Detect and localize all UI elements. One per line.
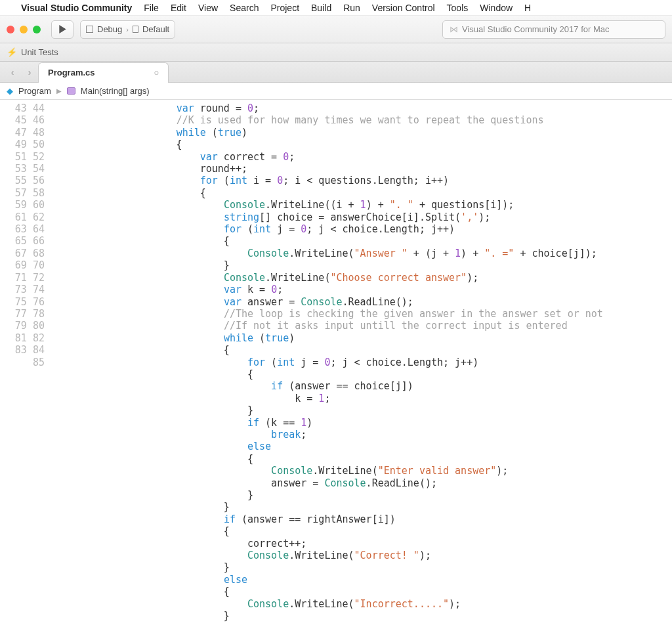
tab-status-icon[interactable]: ○: [154, 68, 159, 77]
search-box[interactable]: ⋈ Visual Studio Community 2017 for Mac: [442, 20, 665, 39]
target-label: Default: [142, 24, 169, 34]
menu-project[interactable]: Project: [270, 3, 299, 13]
line-number-gutter: 43 44 45 46 47 48 49 50 51 52 53 54 55 5…: [0, 100, 58, 627]
bolt-icon: ⚡: [7, 47, 17, 57]
tab-program-cs[interactable]: Program.cs ○: [38, 62, 169, 83]
unit-tests-label: Unit Tests: [21, 47, 58, 57]
code-content[interactable]: var round = 0; //K is used for how many …: [58, 100, 672, 627]
menu-help-truncated[interactable]: H: [524, 3, 531, 13]
class-icon: ◆: [7, 86, 13, 96]
mac-menubar: Visual Studio Community File Edit View S…: [0, 0, 672, 16]
method-icon: [67, 87, 75, 95]
breadcrumb-sep-icon: ▶: [56, 87, 62, 95]
menu-tools[interactable]: Tools: [447, 3, 469, 13]
page-icon: [133, 26, 138, 33]
run-configuration-selector[interactable]: Debug › Default: [80, 20, 175, 39]
menu-window[interactable]: Window: [480, 3, 513, 13]
menu-run[interactable]: Run: [343, 3, 360, 13]
window-controls: [7, 26, 41, 33]
search-placeholder: Visual Studio Community 2017 for Mac: [462, 24, 609, 34]
menu-version-control[interactable]: Version Control: [372, 3, 435, 13]
nav-back-button[interactable]: ‹: [4, 67, 21, 77]
config-label: Debug: [97, 24, 122, 34]
appname[interactable]: Visual Studio Community: [21, 3, 132, 13]
nav-forward-button[interactable]: ›: [21, 67, 38, 77]
code-editor[interactable]: 43 44 45 46 47 48 49 50 51 52 53 54 55 5…: [0, 100, 672, 627]
close-window-button[interactable]: [7, 26, 14, 33]
minimize-window-button[interactable]: [20, 26, 28, 33]
vs-logo-icon: ⋈: [450, 24, 458, 34]
zoom-window-button[interactable]: [33, 26, 41, 33]
tabstrip: ‹ › Program.cs ○: [0, 62, 672, 83]
tab-filename: Program.cs: [48, 68, 95, 77]
chevron-right-icon: ›: [126, 26, 129, 33]
menu-view[interactable]: View: [198, 3, 218, 13]
breadcrumb-method[interactable]: Main(string[] args): [81, 86, 150, 96]
toolbar: Debug › Default ⋈ Visual Studio Communit…: [0, 16, 672, 43]
breadcrumb: ◆ Program ▶ Main(string[] args): [0, 83, 672, 100]
breadcrumb-class[interactable]: Program: [18, 86, 51, 96]
menu-build[interactable]: Build: [311, 3, 331, 13]
menu-search[interactable]: Search: [230, 3, 259, 13]
unit-tests-bar[interactable]: ⚡ Unit Tests: [0, 43, 672, 62]
menu-file[interactable]: File: [144, 3, 159, 13]
menu-edit[interactable]: Edit: [171, 3, 186, 13]
square-icon: [86, 26, 93, 33]
play-icon: [58, 25, 67, 33]
run-button[interactable]: [51, 20, 74, 39]
